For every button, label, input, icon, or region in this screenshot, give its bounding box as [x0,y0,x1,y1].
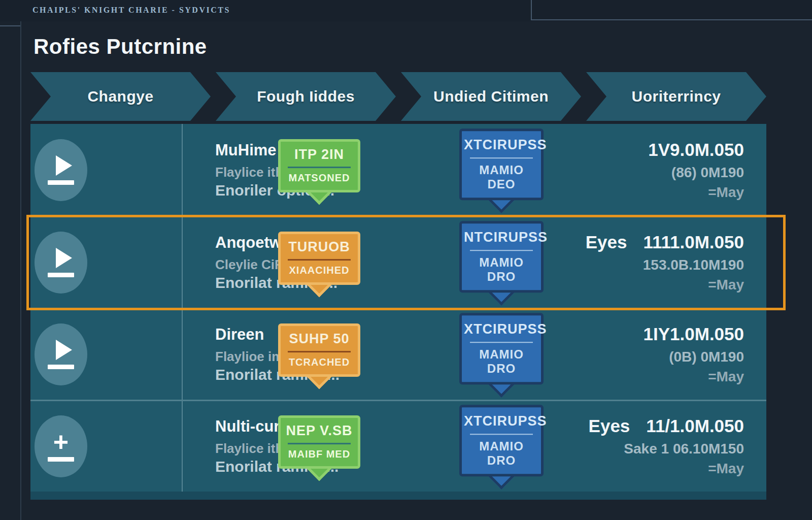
badge-top-label: XTCIRUPSS [464,321,539,337]
page-title: Rofies Putcrnine [33,35,766,59]
main-panel: Rofies Putcrnine Changye Fough Iiddes Un… [30,21,766,500]
tag-top-label: SUHP 50 [283,331,356,347]
play-icon [56,155,72,176]
table-row-selected[interactable]: Anqoetws Cleylie CiFIl° Enorilat rammy..… [30,216,766,308]
row-icon-cell [30,217,183,308]
status-badge: NTCIRUPSS MAMIO DRO [459,221,544,292]
play-button[interactable] [35,323,87,385]
tag-top-label: TURUOB [283,239,356,255]
badge-top-label: XTCIRUPSS [464,137,539,153]
status-badge: XTCIRUPSS MAMIO DRO [459,405,544,476]
badge-bottom-label: MAMIO DRO [464,347,539,376]
underline-bar-icon [48,365,74,369]
value-detail: Sake 1 06.10M150 [589,441,744,457]
row-value-cell: 1IY1.0M.050 (0B) 0M190 =May [627,324,744,385]
step-header: Changye Fough Iiddes Undied Citimen Uori… [30,72,766,121]
play-button[interactable] [35,139,87,201]
value-main: 11/1.0M.050 [646,416,744,436]
tag-bottom-label: XIAACIHED [283,265,356,276]
value-detail: (86) 0M190 [632,165,744,181]
row-icon-cell [30,309,183,400]
left-edge-divider [20,0,21,520]
step-undied-citimen[interactable]: Undied Citimen [401,72,581,121]
badge-bottom-label: MAMIO DRO [464,439,539,468]
tag-divider [288,351,351,352]
plus-icon: + [53,431,69,452]
badge-divider [470,250,533,251]
price-tag-badge: TURUOB XIAACIHED [278,232,360,285]
badge-bottom-label: MAMIO DRO [464,255,539,284]
tag-bottom-label: MAIBF MED [283,448,356,460]
badge-top-label: XTCIRUPSS [464,413,539,429]
row-value-cell: Eyes1111.0M.050 153.0B.10M190 =May [586,232,744,293]
tag-bottom-label: MATSONED [283,172,356,184]
tab-bar-left-underline [0,25,20,26]
tag-divider [288,443,351,444]
window-tab-bar: CHAIPLS' KNIGHT CHARIE - SYDVICTS [0,0,812,21]
table-row[interactable]: + Nulti-currency Flaylice ith° Enorilat … [30,400,766,492]
tag-top-label: ITP 2IN [283,147,356,162]
step-label: Fough Iiddes [257,88,355,105]
add-button[interactable]: + [35,415,87,477]
step-changye[interactable]: Changye [30,72,211,121]
price-tag-badge: NEP V.SB MAIBF MED [278,415,360,469]
status-badge: XTCIRUPSS MAMIO DEO [459,128,544,200]
step-label: Changye [87,88,153,105]
tag-top-label: NEP V.SB [283,423,356,439]
underline-bar-icon [48,273,74,277]
row-icon-cell: + [30,401,183,492]
step-fough-iiddes[interactable]: Fough Iiddes [216,72,396,121]
status-badge: XTCIRUPSS MAMIO DRO [459,313,544,384]
table-row[interactable]: MuHime Flaylice ith° Enoriler optica... … [30,124,766,216]
value-main: 1V9.0M.050 [648,140,744,159]
value-note: =May [627,369,744,385]
tag-divider [288,259,351,261]
row-icon-cell [30,124,183,216]
value-prefix: Eyes [589,416,630,436]
price-tag-badge: ITP 2IN MATSONED [278,139,360,192]
badge-divider [470,434,533,435]
play-button[interactable] [35,232,87,294]
table-row[interactable]: Direen Flaylioe im°8L A° Enorilat ramnol… [30,308,766,400]
price-tag-badge: SUHP 50 TCRACHED [278,323,360,377]
step-label: Uoriterrincy [631,88,721,105]
tab-bar-right-border [531,0,812,20]
play-icon [56,248,72,268]
underline-bar-icon [48,180,74,185]
step-label: Undied Citimen [433,88,549,105]
value-note: =May [586,277,744,293]
underline-bar-icon [48,457,74,462]
records-table: MuHime Flaylice ith° Enoriler optica... … [30,124,766,500]
badge-top-label: NTCIRUPSS [464,230,539,245]
step-uoriterrincy[interactable]: Uoriterrincy [586,72,766,121]
value-prefix: Eyes [586,232,627,252]
badge-divider [470,342,533,343]
tag-bottom-label: TCRACHED [283,356,356,368]
play-icon [56,340,72,360]
value-main: 1111.0M.050 [643,232,744,252]
value-note: =May [632,184,744,201]
value-detail: 153.0B.10M190 [586,257,744,273]
value-note: =May [589,461,744,477]
value-main: 1IY1.0M.050 [644,324,744,344]
value-detail: (0B) 0M190 [627,349,744,365]
window-tab-title: CHAIPLS' KNIGHT CHARIE - SYDVICTS [32,6,230,15]
row-value-cell: 1V9.0M.050 (86) 0M190 =May [632,140,744,201]
badge-divider [470,157,533,158]
badge-bottom-label: MAMIO DEO [464,163,539,191]
row-value-cell: Eyes11/1.0M.050 Sake 1 06.10M150 =May [589,416,744,477]
tag-divider [288,167,351,168]
